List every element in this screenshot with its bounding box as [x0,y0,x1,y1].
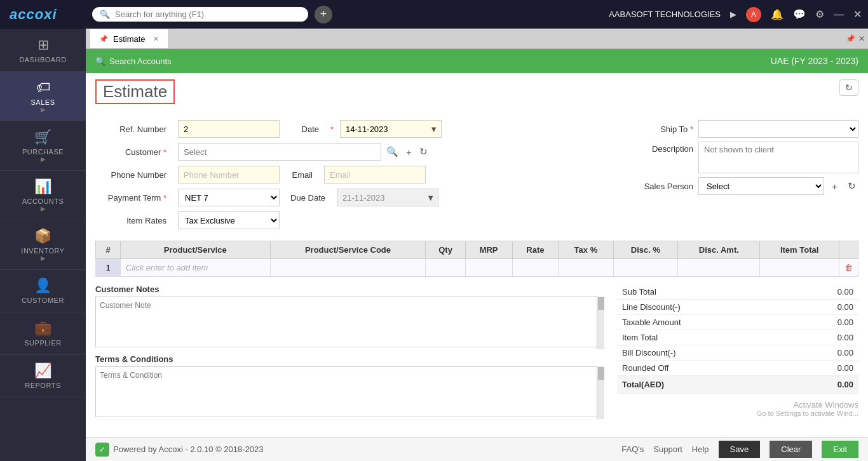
message-icon[interactable]: 💬 [793,8,806,20]
topbar: 🔍 + AABASOFT TECHNOLOGIES ▶ A 🔔 💬 ⚙ — ✕ [86,0,868,29]
search-accounts-btn[interactable]: 🔍 Search Accounts [95,57,172,66]
reports-icon: 📈 [34,363,51,379]
col-product: Product/Service [121,241,271,259]
activate-windows-line2: Go to Settings to activate Wind... [617,410,858,417]
sub-total-label: Sub Total [622,287,656,297]
tab-close-btn[interactable]: ✕ [858,34,865,43]
due-date-label: Due Date [286,193,330,203]
terms-container [95,366,604,419]
exit-button[interactable]: Exit [822,441,858,458]
col-action [839,241,858,259]
add-button[interactable]: + [315,6,332,23]
help-link[interactable]: Help [692,444,709,454]
save-button[interactable]: Save [719,441,761,458]
ref-number-label: Ref. Number [95,124,172,134]
customer-refresh-icon[interactable]: ↻ [417,145,430,159]
tab-pin-btn[interactable]: 📌 [846,34,855,43]
sidebar-item-purchase[interactable]: 🛒 PURCHASE ▶ [0,121,86,171]
sidebar-label-purchase: PURCHASE [22,148,64,156]
sidebar-item-sales[interactable]: 🏷 SALES ▶ [0,72,86,121]
sales-person-refresh-icon[interactable]: ↻ [845,179,858,193]
row-num: 1 [96,259,121,277]
supplier-icon: 💼 [34,320,51,337]
fy-label: UAE (FY 2023 - 2023) [771,56,858,66]
sales-arrow-icon: ▶ [41,106,46,113]
minimize-icon[interactable]: — [834,9,844,20]
notes-terms-section: Customer Notes Terms & Conditions [95,284,604,419]
footer-links: FAQ's Support Help Save Clear Exit [621,441,858,458]
sidebar-item-reports[interactable]: 📈 REPORTS [0,355,86,398]
close-window-icon[interactable]: ✕ [853,8,862,20]
taxable-amount-label: Taxable Amount [622,317,681,327]
bottom-section: Customer Notes Terms & Conditions [95,284,858,419]
phone-input[interactable] [178,166,280,184]
settings-icon[interactable]: ⚙ [815,8,824,20]
search-icon: 🔍 [100,10,110,19]
customer-add-icon[interactable]: + [403,145,414,159]
sidebar-label-customer: CUSTOMER [22,297,64,304]
col-mrp: MRP [465,241,512,259]
sales-person-label: Sales Person [642,182,693,191]
table-body: 1 Click enter to add item 🗑 [96,259,858,277]
col-item-total: Item Total [760,241,839,259]
sidebar-item-supplier[interactable]: 💼 SUPPLIER [0,312,86,355]
estimate-tab[interactable]: 📌 Estimate ✕ [89,29,169,48]
sub-total-row: Sub Total 0.00 [617,284,858,300]
faq-link[interactable]: FAQ's [621,444,644,454]
search-box[interactable]: 🔍 [92,7,308,22]
sidebar-label-supplier: SUPPLIER [24,339,61,347]
email-input[interactable] [324,166,426,184]
table-header-row: # Product/Service Product/Service Code Q… [96,241,858,259]
purchase-icon: 🛒 [34,129,51,145]
customer-input[interactable] [178,143,381,161]
right-form: Ship To * Description [642,120,858,234]
customer-notes-textarea[interactable] [95,297,604,347]
description-textarea[interactable] [698,142,858,173]
sidebar-item-accounts[interactable]: 📊 ACCOUNTS ▶ [0,171,86,220]
phone-label: Phone Number [95,170,172,180]
ref-date-row: Ref. Number Date * ▼ [95,120,630,138]
col-disc-pct: Disc. % [613,241,678,259]
description-label: Description [642,144,693,154]
tab-label: Estimate [113,34,146,44]
support-link[interactable]: Support [653,444,682,454]
bell-icon[interactable]: 🔔 [771,8,783,20]
customer-search-icon[interactable]: 🔍 [384,145,401,159]
inventory-arrow-icon: ▶ [41,255,46,262]
item-rates-select[interactable]: Tax Exclusive Tax Inclusive [178,211,280,229]
items-table: # Product/Service Product/Service Code Q… [95,241,858,277]
sidebar-item-inventory[interactable]: 📦 INVENTORY ▶ [0,220,86,270]
payment-term-select[interactable]: NET 7 NET 15 NET 30 [178,189,280,206]
sidebar-label-sales: SALES [31,98,55,106]
sidebar-item-dashboard[interactable]: ⊞ DASHBOARD [0,29,86,72]
terms-textarea[interactable] [95,366,604,417]
refresh-button[interactable]: ↻ [839,79,858,96]
line-discount-value: 0.00 [837,302,853,312]
terms-scrollbar [597,366,604,419]
row-product[interactable]: Click enter to add item [121,259,271,277]
green-header: 🔍 Search Accounts UAE (FY 2023 - 2023) [86,49,868,73]
ref-number-input[interactable] [178,120,280,138]
tab-close-icon[interactable]: ✕ [153,35,159,43]
form-title: Estimate [95,79,175,104]
line-discount-row: Line Discount(-) 0.00 [617,300,858,315]
date-dropdown-icon[interactable]: ▼ [430,124,438,134]
sidebar-item-customer[interactable]: 👤 CUSTOMER [0,270,86,312]
notes-scrollbar [597,297,604,349]
date-label: Date [286,124,324,134]
col-rate: Rate [512,241,559,259]
customer-label: Customer * [95,147,172,157]
item-rates-label: Item Rates [95,216,172,225]
sidebar-label-dashboard: DASHBOARD [19,56,66,63]
date-input[interactable] [340,120,442,138]
row-code [270,259,426,277]
payment-due-row: Payment Term * NET 7 NET 15 NET 30 Due D… [95,189,630,206]
clear-button[interactable]: Clear [770,441,812,458]
row-delete-btn[interactable]: 🗑 [839,259,858,277]
taxable-amount-row: Taxable Amount 0.00 [617,315,858,330]
sales-person-select[interactable]: Select [698,177,824,195]
search-input[interactable] [115,10,301,19]
ship-to-select[interactable] [698,120,858,138]
sales-person-add-icon[interactable]: + [829,180,840,193]
sub-total-value: 0.00 [837,287,853,297]
